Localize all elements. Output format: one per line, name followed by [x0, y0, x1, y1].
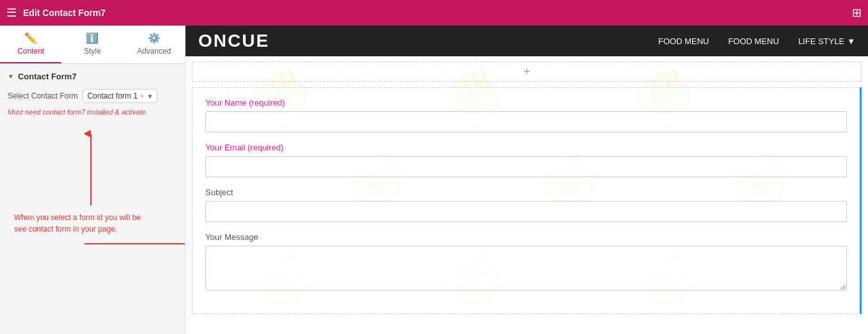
field-subject: Subject	[205, 187, 847, 222]
main-layout: ✏️ Content ℹ️ Style ⚙️ Advanced ▼ Contac…	[0, 26, 868, 334]
site-logo: ONCUE	[198, 31, 269, 51]
section-header: ▼ Contact Form7	[8, 72, 177, 81]
select-form-label: Select Contact Form	[8, 91, 77, 100]
advanced-icon: ⚙️	[148, 32, 161, 44]
nav-bar: ONCUE FOOD MENU FOOD MENU LIFE STYLE ▼	[185, 26, 868, 56]
field-message-label: Your Message	[205, 232, 847, 242]
horizontal-arrow	[84, 237, 185, 250]
tab-advanced-label: Advanced	[137, 47, 171, 56]
field-email-required: (required)	[248, 143, 283, 152]
field-message: Your Message	[205, 232, 847, 293]
field-name-input[interactable]	[205, 111, 847, 132]
select-value: Contact form 1	[87, 91, 138, 100]
nav-life-style[interactable]: LIFE STYLE ▼	[798, 36, 855, 46]
tab-advanced[interactable]: ⚙️ Advanced	[123, 26, 185, 63]
field-name-required: (required)	[249, 98, 285, 107]
contact-form-section: Your Name (required) Your Email (require…	[192, 87, 862, 314]
sidebar-tabs: ✏️ Content ℹ️ Style ⚙️ Advanced	[0, 26, 185, 64]
nav-links: FOOD MENU FOOD MENU LIFE STYLE ▼	[658, 36, 855, 46]
tab-content-label: Content	[17, 47, 44, 56]
annotation-text: When you select a form id you will be se…	[14, 212, 142, 235]
field-name-label: Your Name (required)	[205, 98, 847, 107]
tab-content[interactable]: ✏️ Content	[0, 26, 61, 63]
select-form-row: Select Contact Form Contact form 1 × ▼	[8, 89, 177, 103]
annotation-box: When you select a form id you will be se…	[8, 129, 177, 257]
section-title: Contact Form7	[18, 72, 77, 81]
field-message-input[interactable]	[205, 246, 847, 290]
sidebar-content: ▼ Contact Form7 Select Contact Form Cont…	[0, 64, 185, 334]
field-subject-input[interactable]	[205, 201, 847, 222]
tab-style-label: Style	[84, 47, 101, 56]
add-section-icon: +	[523, 65, 530, 79]
field-name: Your Name (required)	[205, 98, 847, 132]
field-email: Your Email (required)	[205, 143, 847, 177]
hint-text: Must need contact form7 installed & acti…	[8, 108, 177, 116]
nav-food-menu-2[interactable]: FOOD MENU	[728, 36, 778, 46]
field-subject-label: Subject	[205, 187, 847, 197]
top-bar: ☰ Edit Contact Form7 ⊞	[0, 0, 868, 26]
field-name-text: Your Name	[205, 98, 247, 107]
contact-form-select[interactable]: Contact form 1 × ▼	[83, 89, 157, 103]
page-content: ✊ ✊ ✊ ✊ ✊ ✊ ✊ ✊ ✊ + Your Name	[185, 56, 868, 334]
select-clear-icon[interactable]: ×	[140, 92, 144, 100]
tab-style[interactable]: ℹ️ Style	[61, 26, 123, 63]
nav-food-menu-1[interactable]: FOOD MENU	[658, 36, 709, 46]
annotation-content: When you select a form id you will be se…	[14, 213, 141, 234]
top-bar-title: Edit Contact Form7	[23, 8, 846, 18]
section-collapse-arrow[interactable]: ▼	[8, 73, 14, 80]
nav-life-style-label: LIFE STYLE	[798, 36, 844, 46]
add-section-bar[interactable]: +	[192, 61, 862, 82]
content-area: ONCUE FOOD MENU FOOD MENU LIFE STYLE ▼ ✊…	[185, 26, 868, 334]
chevron-down-icon[interactable]: ▼	[147, 93, 154, 100]
hamburger-icon[interactable]: ☰	[6, 6, 17, 20]
vertical-arrow	[84, 129, 97, 205]
style-icon: ℹ️	[86, 32, 99, 44]
field-email-label: Your Email (required)	[205, 143, 847, 152]
content-icon: ✏️	[24, 32, 37, 44]
grid-icon[interactable]: ⊞	[852, 6, 862, 20]
sidebar: ✏️ Content ℹ️ Style ⚙️ Advanced ▼ Contac…	[0, 26, 185, 334]
field-email-input[interactable]	[205, 156, 847, 177]
field-email-text: Your Email	[205, 143, 245, 152]
nav-dropdown-arrow: ▼	[847, 36, 855, 46]
